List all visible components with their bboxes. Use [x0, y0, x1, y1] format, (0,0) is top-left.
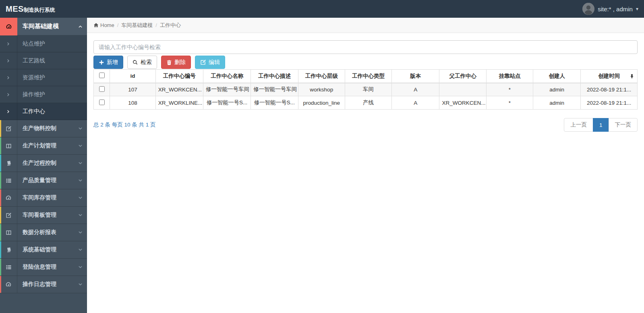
- search-icon: [133, 60, 138, 65]
- sidebar-group-label: 车间看板管理: [17, 207, 73, 224]
- column-header[interactable]: id: [110, 70, 155, 83]
- chevron-right-icon: [0, 52, 17, 69]
- chevron-down-icon: [73, 224, 87, 241]
- sidebar-group-item[interactable]: 车间库存管理: [0, 189, 87, 207]
- sidebar: 车间基础建模 站点维护工艺路线资源维护操作维护工作中心 生产物料控制生产计划管理…: [0, 18, 87, 313]
- sidebar-group-item[interactable]: 生产过程控制: [0, 155, 87, 172]
- sidebar-group-item[interactable]: 生产计划管理: [0, 137, 87, 155]
- row-checkbox[interactable]: [99, 99, 105, 105]
- edit-button[interactable]: 编辑: [195, 56, 225, 69]
- table-cell: XR_WORKLINE...: [155, 96, 203, 110]
- table-cell: 车间: [345, 83, 391, 96]
- table-cell: 产线: [345, 96, 391, 110]
- column-header[interactable]: 创建人: [533, 70, 581, 83]
- pin-icon[interactable]: [630, 74, 634, 79]
- table-cell: 2022-08-19 21:1...: [581, 83, 638, 96]
- columns-icon: [0, 224, 17, 241]
- sidebar-sub-item-label: 工艺路线: [17, 52, 87, 69]
- search-button[interactable]: 检索: [127, 56, 157, 69]
- caret-down-icon: ▾: [636, 6, 638, 12]
- table-cell: 2022-08-19 21:1...: [581, 96, 638, 110]
- breadcrumb-link[interactable]: 车间基础建模: [121, 22, 153, 29]
- table-cell: 修一智能一号S...: [203, 96, 251, 110]
- sidebar-sub-item[interactable]: 工艺路线: [0, 52, 87, 69]
- column-header[interactable]: 工作中心名称: [203, 70, 251, 83]
- sidebar-group-item[interactable]: 数据分析报表: [0, 224, 87, 241]
- chevron-down-icon: [73, 120, 87, 137]
- breadcrumb-link[interactable]: Home: [100, 22, 114, 28]
- app-logo[interactable]: MES制造执行系统: [6, 4, 55, 14]
- user-dropdown[interactable]: site:* , admin ▾: [582, 3, 638, 15]
- table-cell: 修一智能一号S...: [251, 96, 298, 110]
- group-color-stripe: [0, 120, 1, 137]
- sidebar-sub-item[interactable]: 站点维护: [0, 35, 87, 52]
- book-icon: [0, 155, 17, 172]
- select-all-header: [94, 70, 110, 83]
- sidebar-sub-item[interactable]: 资源维护: [0, 69, 87, 86]
- table-cell: A: [392, 83, 439, 96]
- column-header[interactable]: 工作中心层级: [298, 70, 345, 83]
- table-row[interactable]: 107XR_WORKCEN...修一智能一号车间修一智能一号车间workshop…: [94, 83, 638, 96]
- book-icon: [0, 241, 17, 258]
- group-color-stripe: [0, 241, 1, 258]
- table-cell: 修一智能一号车间: [203, 83, 251, 96]
- column-header[interactable]: 父工作中心: [439, 70, 486, 83]
- page-1-button[interactable]: 1: [593, 118, 609, 132]
- sidebar-group-item[interactable]: 操作日志管理: [0, 276, 87, 293]
- table-cell: A: [392, 96, 439, 110]
- sidebar-group-item[interactable]: 登陆信息管理: [0, 259, 87, 276]
- group-color-stripe: [0, 276, 1, 293]
- work-center-table: id工作中心编号工作中心名称工作中心描述工作中心层级工作中心类型版本父工作中心挂…: [93, 69, 638, 110]
- row-select-cell: [94, 96, 110, 110]
- group-color-stripe: [0, 155, 1, 172]
- column-header[interactable]: 版本: [392, 70, 439, 83]
- table-row[interactable]: 108XR_WORKLINE...修一智能一号S...修一智能一号S...pro…: [94, 96, 638, 110]
- sidebar-group-item[interactable]: 产品质量管理: [0, 172, 87, 189]
- column-header[interactable]: 挂靠站点: [486, 70, 533, 83]
- sidebar-group-label: 数据分析报表: [17, 224, 73, 241]
- column-header[interactable]: 工作中心类型: [345, 70, 391, 83]
- sidebar-group-item[interactable]: 生产物料控制: [0, 120, 87, 137]
- breadcrumb: Home/车间基础建模/工作中心: [87, 18, 644, 33]
- chevron-down-icon: [73, 276, 87, 293]
- pencil-square-icon: [0, 207, 17, 224]
- sidebar-sub-item[interactable]: 操作维护: [0, 86, 87, 103]
- sidebar-sub-item-label: 资源维护: [17, 69, 87, 86]
- chevron-down-icon: [73, 207, 87, 224]
- app-logo-bold: MES: [6, 4, 24, 14]
- search-input[interactable]: [93, 40, 638, 54]
- sidebar-group-item[interactable]: 车间看板管理: [0, 207, 87, 224]
- edit-icon: [200, 59, 206, 65]
- select-all-checkbox[interactable]: [99, 73, 105, 78]
- group-color-stripe: [0, 259, 1, 276]
- row-checkbox[interactable]: [99, 86, 105, 92]
- prev-page-button[interactable]: 上一页: [564, 118, 593, 132]
- app-logo-rest: 制造执行系统: [24, 6, 55, 14]
- delete-button[interactable]: 删除: [161, 56, 191, 69]
- column-header[interactable]: 工作中心描述: [251, 70, 298, 83]
- column-header[interactable]: 工作中心编号: [155, 70, 203, 83]
- table-cell: *: [486, 83, 533, 96]
- sidebar-sub-item-label: 工作中心: [17, 103, 87, 120]
- table-cell: [439, 83, 486, 96]
- next-page-button[interactable]: 下一页: [609, 118, 638, 132]
- chevron-right-icon: [0, 103, 17, 120]
- column-header[interactable]: 创建时间: [581, 70, 638, 83]
- table-cell: admin: [533, 83, 581, 96]
- chevron-right-icon: [0, 69, 17, 86]
- columns-icon: [0, 137, 17, 154]
- sidebar-sub-item[interactable]: 工作中心: [0, 103, 87, 120]
- sidebar-group-workshop-modeling[interactable]: 车间基础建模: [0, 18, 87, 35]
- chevron-down-icon: [73, 172, 87, 189]
- chevron-down-icon: [73, 189, 87, 206]
- table-cell: 107: [110, 83, 155, 96]
- table-cell: *: [486, 96, 533, 110]
- table-cell: admin: [533, 96, 581, 110]
- add-button[interactable]: 新增: [93, 56, 123, 69]
- sidebar-sub-item-label: 站点维护: [17, 35, 87, 52]
- sidebar-group-item[interactable]: 系统基础管理: [0, 241, 87, 259]
- breadcrumb-current: 工作中心: [160, 22, 181, 29]
- table-cell: production_line: [298, 96, 345, 110]
- sidebar-group-label: 生产计划管理: [17, 137, 73, 154]
- chevron-down-icon: [73, 137, 87, 154]
